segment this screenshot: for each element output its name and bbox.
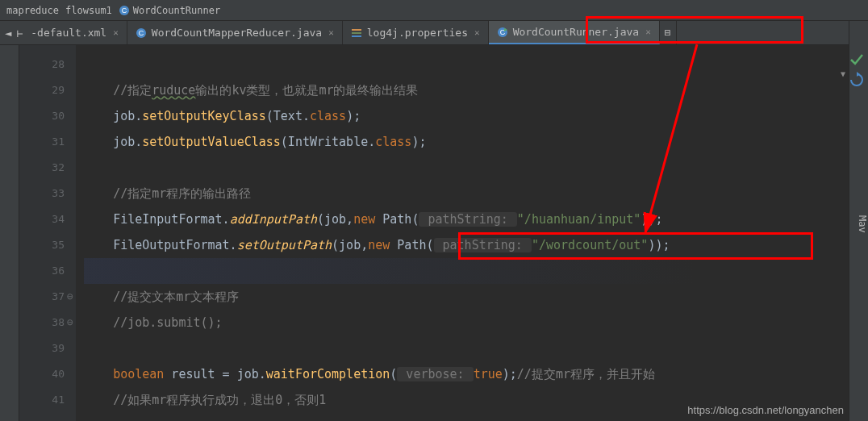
- svg-marker-10: [857, 72, 860, 77]
- inspection-ok-icon: [849, 52, 865, 68]
- class-icon: C: [136, 27, 147, 39]
- tab-pinned-file[interactable]: -default.xml ✕: [23, 21, 127, 44]
- tab-file[interactable]: log4j.properties ✕: [343, 21, 489, 44]
- line-number-gutter[interactable]: 2829303132333435363738394041 ⊖ ⊖: [19, 45, 76, 421]
- close-icon[interactable]: ✕: [645, 27, 651, 37]
- tab-file-active[interactable]: C WordCountRunner.java ✕: [489, 21, 660, 44]
- properties-icon: [351, 27, 362, 39]
- breadcrumb-bar: mapreduce flowsum1 C WordCountRunner: [0, 0, 868, 21]
- tab-bar: ◄ ⊢ -default.xml ✕ C WordCountMapperRedu…: [0, 21, 868, 45]
- svg-rect-4: [352, 29, 361, 31]
- svg-rect-6: [352, 35, 361, 37]
- breadcrumb-item[interactable]: flowsum1: [65, 5, 112, 16]
- code-editor[interactable]: //指定ruduce输出的kv类型，也就是mr的最终输出结果 job.setOu…: [76, 45, 849, 421]
- class-icon: C: [119, 5, 130, 16]
- svg-text:C: C: [139, 29, 144, 37]
- pin-icon[interactable]: ⊢: [16, 21, 23, 45]
- class-run-icon: C: [497, 27, 508, 38]
- tab-file[interactable]: C WordCountMapperReducer.java ✕: [127, 21, 343, 44]
- svg-rect-5: [352, 32, 361, 34]
- svg-text:C: C: [122, 6, 127, 15]
- fold-marker-icon[interactable]: ⊖: [66, 310, 74, 336]
- tab-nav-prev[interactable]: ◄: [0, 21, 16, 44]
- maven-tool-label[interactable]: Mav: [857, 215, 868, 233]
- breadcrumb-item[interactable]: mapreduce: [6, 5, 59, 16]
- close-icon[interactable]: ✕: [328, 27, 334, 38]
- left-tool-strip[interactable]: [0, 45, 19, 421]
- fold-marker-icon[interactable]: ⊖: [66, 284, 74, 310]
- tab-overflow[interactable]: ⊟: [660, 21, 677, 44]
- breadcrumb-item[interactable]: C WordCountRunner: [119, 5, 220, 16]
- refresh-icon[interactable]: [849, 72, 865, 88]
- close-icon[interactable]: ✕: [474, 27, 480, 38]
- close-icon[interactable]: ✕: [113, 27, 119, 38]
- watermark: https://blog.csdn.net/longyanchen: [687, 404, 844, 416]
